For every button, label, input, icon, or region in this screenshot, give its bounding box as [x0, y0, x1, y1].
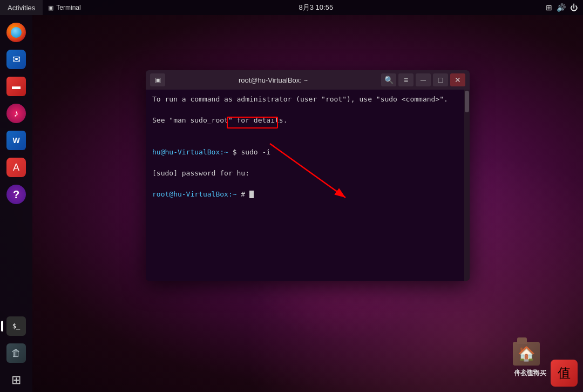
close-button[interactable]: ✕	[450, 73, 465, 86]
terminal-icon: $_	[6, 316, 26, 336]
music-icon: ♪	[6, 104, 26, 123]
titlebar-left: ▣	[150, 73, 165, 86]
writer-icon: W	[6, 131, 26, 150]
prompt1-user: hu@hu-VirtualBox:	[152, 148, 224, 156]
prompt2-sym: #	[237, 190, 249, 198]
terminal-window: ▣ root@hu-VirtualBox: ~ 🔍 ≡ ─ □ ✕ To run…	[146, 70, 470, 281]
dock-item-mail[interactable]: ✉	[4, 48, 28, 71]
terminal-window-icon: ▣	[48, 4, 53, 11]
search-button[interactable]: 🔍	[381, 73, 396, 86]
dock-item-grid[interactable]: ⊞	[4, 368, 28, 392]
power-icon[interactable]: ⏻	[570, 3, 578, 12]
help-icon: ?	[6, 185, 26, 204]
terminal-content-area: To run a command as administrator (user …	[146, 90, 470, 281]
prompt1-cmd: sudo -i	[241, 148, 270, 156]
prompt2-user: root@hu-VirtualBox:	[152, 190, 233, 198]
terminal-line-3: hu@hu-VirtualBox:~ $ sudo -i	[152, 147, 458, 158]
maximize-button[interactable]: □	[433, 73, 448, 86]
terminal-line-4: [sudo] password for hu:	[152, 168, 458, 179]
watermark-label: 什么值得买	[514, 369, 546, 378]
dock: ✉ ▬ ♪ W A ? $_ 🗑 ⊞	[0, 15, 32, 392]
watermark-text-area: 什么值得买	[514, 369, 546, 378]
activities-button[interactable]: Activities	[0, 0, 43, 15]
dock-item-files[interactable]: ▬	[4, 75, 28, 98]
mail-icon: ✉	[6, 50, 26, 69]
terminal-title-text: root@hu-VirtualBox: ~	[168, 76, 378, 84]
terminal-line-2: See "man sudo_root" for details.	[152, 115, 458, 126]
watermark: 什么值得买 值	[514, 360, 578, 387]
appstore-icon: A	[6, 158, 26, 177]
titlebar-icon-box: ▣	[150, 73, 165, 86]
topbar-datetime[interactable]: 8月3 10:55	[86, 3, 546, 12]
scrollbar-thumb	[465, 91, 469, 112]
watermark-icon: 值	[551, 360, 578, 387]
dock-item-music[interactable]: ♪	[4, 102, 28, 125]
dock-item-appstore[interactable]: A	[4, 156, 28, 179]
titlebar-controls: 🔍 ≡ ─ □ ✕	[381, 73, 465, 86]
dock-item-terminal[interactable]: $_	[4, 314, 28, 338]
prompt2-path: ~	[233, 190, 237, 198]
dock-item-firefox[interactable]	[4, 21, 28, 44]
topbar-terminal-label[interactable]: ▣ Terminal	[43, 4, 86, 11]
grid-icon: ⊞	[6, 370, 26, 390]
menu-button[interactable]: ≡	[398, 73, 413, 86]
files-icon: ▬	[6, 77, 26, 96]
firefox-icon	[6, 23, 26, 42]
dock-item-trash[interactable]: 🗑	[4, 341, 28, 365]
terminal-line-5: root@hu-VirtualBox:~ #	[152, 189, 458, 200]
prompt1-path: ~	[224, 148, 228, 156]
terminal-titlebar: ▣ root@hu-VirtualBox: ~ 🔍 ≡ ─ □ ✕	[146, 70, 470, 90]
dock-item-writer[interactable]: W	[4, 129, 28, 152]
network-icon[interactable]: ⊞	[546, 3, 552, 12]
volume-icon[interactable]: 🔊	[557, 3, 566, 12]
prompt1-sym: $	[228, 148, 241, 156]
topbar-system-icons: ⊞ 🔊 ⏻	[546, 3, 583, 12]
topbar: Activities ▣ Terminal 8月3 10:55 ⊞ 🔊 ⏻	[0, 0, 583, 15]
terminal-scrollbar[interactable]	[464, 90, 470, 281]
minimize-button[interactable]: ─	[416, 73, 431, 86]
dock-item-help[interactable]: ?	[4, 183, 28, 206]
terminal-body[interactable]: To run a command as administrator (user …	[146, 90, 464, 281]
terminal-line-1: To run a command as administrator (user …	[152, 94, 458, 105]
desktop: Activities ▣ Terminal 8月3 10:55 ⊞ 🔊 ⏻ ✉ …	[0, 0, 583, 392]
terminal-title-icon: ▣	[155, 76, 161, 84]
terminal-cursor	[249, 191, 254, 198]
topbar-terminal-text: Terminal	[56, 4, 80, 11]
trash-icon: 🗑	[6, 343, 26, 363]
